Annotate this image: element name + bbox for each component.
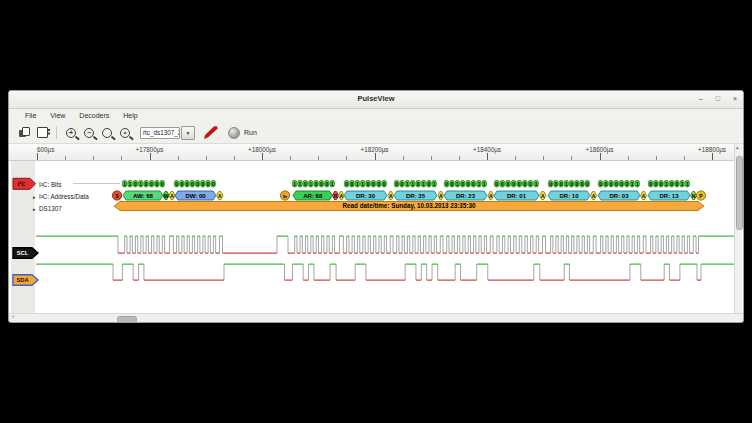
- horizontal-scrollbar[interactable]: ‹: [9, 313, 744, 322]
- menu-bar: File View Decoders Help: [9, 109, 743, 122]
- run-button[interactable]: Run: [228, 127, 257, 139]
- bit-annotation-text: 0: [451, 181, 454, 187]
- sda-wave-edges: [113, 264, 701, 280]
- bit-annotation-text: 0: [191, 181, 194, 187]
- run-label: Run: [244, 129, 257, 136]
- vertical-scroll-thumb[interactable]: [736, 156, 743, 230]
- annotation-text: DR: 01: [507, 193, 527, 199]
- ruler-minor-tick: [656, 156, 657, 160]
- ruler-minor-tick: [543, 156, 544, 160]
- bit-annotation-text: 0: [507, 181, 510, 187]
- ruler-minor-tick: [346, 156, 347, 160]
- ruler-minor-tick: [65, 156, 66, 160]
- bit-annotation-text: 0: [461, 181, 464, 187]
- probe-config-icon[interactable]: [204, 126, 218, 139]
- bit-annotation-text: 0: [367, 181, 370, 187]
- zoom-original-button[interactable]: •: [116, 124, 134, 141]
- menu-file[interactable]: File: [18, 112, 43, 119]
- annotation-text: R: [334, 193, 338, 199]
- annotation-text: A: [218, 193, 222, 199]
- menu-view[interactable]: View: [43, 112, 72, 119]
- zoom-in-button[interactable]: +: [62, 124, 80, 141]
- bit-annotation-text: 1: [406, 181, 409, 187]
- new-session-button[interactable]: [15, 124, 33, 141]
- bit-annotation-text: 0: [145, 181, 148, 187]
- decoder-row-label[interactable]: I²C: Bits: [39, 181, 61, 188]
- bit-annotation-text: 0: [315, 181, 318, 187]
- bit-annotation-text: 1: [129, 181, 132, 187]
- ruler-minor-tick: [290, 156, 291, 160]
- bit-annotation-text: 0: [620, 181, 623, 187]
- ruler-minor-tick: [571, 156, 572, 160]
- bit-annotation-text: 0: [150, 181, 153, 187]
- decoder-row-label[interactable]: DS1307: [39, 205, 62, 212]
- ruler-major-tick: [487, 153, 488, 160]
- ruler-major-tick: [37, 153, 38, 160]
- chevron-down-icon: ▼: [186, 130, 191, 136]
- scl-wave-edges: [118, 236, 699, 253]
- bit-annotation-text: 0: [395, 181, 398, 187]
- scl-signal-tag-label: SCL: [17, 250, 29, 256]
- bit-annotation-text: 0: [604, 181, 607, 187]
- vertical-scrollbar[interactable]: ▴: [734, 144, 742, 313]
- bit-annotation-text: 0: [660, 181, 663, 187]
- ruler-major-tick: [375, 153, 376, 160]
- zoom-fit-icon: [102, 128, 112, 138]
- ruler-minor-tick: [403, 156, 404, 160]
- minimize-button[interactable]: –: [699, 93, 703, 105]
- annotation-text: DR: 13: [659, 193, 679, 199]
- annotation-text: DR: 23: [456, 193, 476, 199]
- annotation-text: N: [692, 193, 696, 199]
- bit-annotation-text: 1: [299, 181, 302, 187]
- bit-annotation-text: 0: [512, 181, 515, 187]
- menu-help[interactable]: Help: [116, 112, 144, 119]
- zoom-out-button[interactable]: −: [80, 124, 98, 141]
- scroll-left-icon[interactable]: ‹: [12, 313, 14, 320]
- save-session-button[interactable]: [33, 124, 51, 141]
- bit-annotation-text: 0: [581, 181, 584, 187]
- zoom-in-icon: +: [66, 128, 76, 138]
- scroll-up-icon[interactable]: ▴: [736, 144, 739, 150]
- time-ruler: 600µs+17800µs+18000µs+18200µs+18400µs+18…: [9, 143, 744, 161]
- annotation-text: A: [389, 193, 393, 199]
- ruler-minor-tick: [459, 156, 460, 160]
- annotation-text: Sr: [283, 194, 288, 199]
- bit-annotation-text: 1: [356, 181, 359, 187]
- window-controls: – □ ×: [699, 93, 737, 105]
- pulseview-window: PulseView – □ × File View Decoders Help …: [8, 90, 744, 323]
- expand-arrow-icon[interactable]: ▸: [33, 194, 36, 200]
- ruler-minor-tick: [684, 156, 685, 160]
- trace-area: I²C: Bits▸I²C: Address/Data▸DS1307I²CSCL…: [9, 161, 744, 314]
- horizontal-scroll-thumb[interactable]: [117, 316, 137, 323]
- sda-signal-tag-label: SDA: [16, 277, 29, 283]
- ruler-minor-tick: [206, 156, 207, 160]
- session-combo-value[interactable]: rtc_ds1307_2: [140, 127, 180, 139]
- bit-annotation-text: 0: [427, 181, 430, 187]
- bit-annotation-text: 0: [212, 181, 215, 187]
- expand-arrow-icon[interactable]: ▸: [33, 206, 36, 212]
- ruler-major-tick: [600, 153, 601, 160]
- bit-annotation-text: 0: [625, 181, 628, 187]
- bit-annotation-text: 0: [610, 181, 613, 187]
- annotation-text: AR: 68: [303, 193, 323, 199]
- bit-annotation-text: 1: [665, 181, 668, 187]
- maximize-button[interactable]: □: [716, 93, 720, 105]
- bit-annotation-text: 1: [309, 181, 312, 187]
- bit-annotation-text: 1: [433, 181, 436, 187]
- title-bar[interactable]: PulseView – □ ×: [9, 91, 743, 109]
- annotation-text: DR: 10: [559, 193, 579, 199]
- ruler-label: +18000µs: [248, 146, 276, 153]
- bit-annotation-text: 0: [560, 181, 563, 187]
- session-combo-dropdown[interactable]: ▼: [181, 126, 195, 140]
- ruler-minor-tick: [234, 156, 235, 160]
- zoom-fit-button[interactable]: [98, 124, 116, 141]
- menu-decoders[interactable]: Decoders: [72, 112, 116, 119]
- decoder-row-label[interactable]: I²C: Address/Data: [39, 193, 89, 200]
- screenshot-root: { "window": { "title": "PulseView", "con…: [0, 0, 752, 423]
- bit-annotation-text: 1: [483, 181, 486, 187]
- bit-annotation-text: 1: [331, 181, 334, 187]
- ruler-label: +18200µs: [361, 146, 389, 153]
- annotation-text: A: [339, 193, 343, 199]
- close-button[interactable]: ×: [733, 93, 737, 105]
- annotation-text: A: [592, 193, 596, 199]
